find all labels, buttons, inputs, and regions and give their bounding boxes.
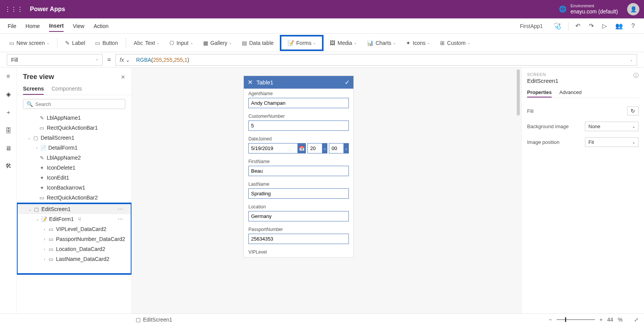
zoom-in-icon[interactable]: + (600, 317, 603, 323)
media-rail-icon[interactable]: 🖥 (5, 145, 12, 152)
zoom-slider[interactable] (557, 319, 595, 320)
chevron-right-icon[interactable]: › (41, 237, 48, 241)
passportnumber-input[interactable] (248, 234, 349, 244)
data-table-button[interactable]: ▤ Data table (238, 38, 278, 48)
app-title: Power Apps (30, 6, 65, 13)
tree-node-rectqab2[interactable]: ▭RectQuickActionBar2 (17, 193, 131, 203)
tree-node-editform1[interactable]: ⌄📝EditForm1☟⋯ (18, 214, 131, 224)
img-pos-select[interactable]: Fit ⌄ (585, 137, 639, 147)
close-icon[interactable]: ✕ (121, 74, 125, 80)
fullscreen-icon[interactable]: ⤢ (634, 317, 639, 323)
close-icon[interactable]: ✕ (248, 79, 253, 86)
tab-properties[interactable]: Properties (527, 88, 552, 97)
app-name[interactable]: FirstApp1 (520, 23, 543, 29)
media-button[interactable]: 🖼 Media ⌄ (326, 38, 360, 48)
tree-node-lastname-dc2[interactable]: ›▭LastName_DataCard2 (18, 254, 131, 264)
more-icon[interactable]: ⋯ (118, 206, 127, 212)
tab-components[interactable]: Components (51, 83, 82, 95)
chevron-right-icon[interactable]: › (34, 146, 40, 150)
firstname-input[interactable] (248, 166, 349, 176)
chevron-down-icon[interactable]: ⌄ (322, 143, 327, 153)
tree-node-detailscreen1[interactable]: ⌄▢DetailScreen1 (17, 133, 131, 143)
advanced-tools-icon[interactable]: 🛠 (5, 163, 12, 170)
redo-icon[interactable]: ↷ (587, 21, 595, 31)
chevron-right-icon[interactable]: › (41, 247, 48, 251)
expand-formula-icon[interactable]: ⌄ (630, 58, 633, 62)
canvas-scrollbar[interactable] (516, 68, 521, 313)
tree-search[interactable]: 🔍 (23, 99, 125, 109)
environment-picker[interactable]: 🌐 Environment enayu.com (default) (559, 3, 618, 15)
more-icon[interactable]: ⋯ (118, 216, 127, 222)
button-icon: ▭ (95, 40, 100, 46)
tree-node-location-dc2[interactable]: ›▭Location_DataCard2 (18, 244, 131, 254)
input-button[interactable]: ⎔ Input ⌄ (166, 38, 197, 48)
zoom-out-icon[interactable]: − (549, 317, 552, 323)
label-button[interactable]: ✎ Label (61, 38, 89, 48)
app-checker-icon[interactable]: 🩺 (552, 21, 563, 31)
hamburger-icon[interactable]: ≡ (7, 73, 10, 80)
menu-insert[interactable]: Insert (49, 20, 64, 32)
waffle-icon[interactable]: ⋮⋮⋮ (5, 6, 23, 13)
insert-icon[interactable]: ＋ (5, 109, 12, 117)
lastname-input[interactable] (248, 188, 349, 199)
chevron-down-icon[interactable]: ⌄ (26, 136, 32, 140)
tab-advanced[interactable]: Advanced (559, 88, 582, 97)
property-select[interactable]: Fill ⌄ (7, 54, 103, 66)
avatar[interactable]: 👤 (627, 3, 639, 15)
text-button[interactable]: Abc Text ⌄ (130, 38, 164, 48)
hour-input[interactable] (307, 143, 322, 153)
play-icon[interactable]: ▷ (601, 21, 608, 31)
chevron-down-icon: ⌄ (632, 124, 635, 129)
tree-node-lblappname2[interactable]: ✎LblAppName2 (17, 153, 131, 163)
data-icon[interactable]: 🗄 (5, 127, 12, 134)
custom-button[interactable]: ⊞ Custom ⌄ (436, 38, 474, 48)
chevron-down-icon[interactable]: ⌄ (27, 207, 33, 211)
edit-form[interactable]: ✕ Table1 ✓ AgentName CustomerNumber Date… (244, 76, 353, 257)
chevron-right-icon[interactable]: › (41, 227, 48, 231)
check-icon[interactable]: ✓ (345, 79, 350, 86)
tree-node-lblappname1[interactable]: ✎LblAppName1 (17, 113, 131, 123)
agentname-input[interactable] (248, 98, 349, 108)
share-icon[interactable]: 👥 (614, 21, 624, 31)
menu-home[interactable]: Home (26, 21, 40, 31)
tree-node-passport-dc2[interactable]: ›▭PassportNumber_DataCard2 (18, 234, 131, 244)
tree-node-viplevel-dc2[interactable]: ›▭VIPLevel_DataCard2 (18, 224, 131, 234)
fx-icon: fx ⌄ (120, 57, 133, 63)
formula-input[interactable]: fx ⌄ RGBA(255, 255, 255, 1) ⌄ (115, 54, 637, 66)
bg-image-select[interactable]: None ⌄ (585, 122, 639, 131)
charts-button[interactable]: 📊 Charts ⌄ (363, 38, 400, 48)
button-button[interactable]: ▭ Button (91, 38, 122, 48)
canvas[interactable]: ✕ Table1 ✓ AgentName CustomerNumber Date… (132, 68, 521, 313)
menu-view[interactable]: View (73, 21, 84, 31)
chevron-right-icon[interactable]: › (41, 257, 48, 261)
tab-screens[interactable]: Screens (23, 83, 44, 95)
tree-node-iconedit1[interactable]: ✦IconEdit1 (17, 173, 131, 183)
tree-node-editscreen1[interactable]: ⌄▢EditScreen1⋯ (18, 204, 131, 214)
menu-action[interactable]: Action (94, 21, 108, 31)
tree-node-detailform1[interactable]: ›📄DetailForm1 (17, 143, 131, 153)
menu-file[interactable]: File (8, 21, 16, 31)
customernumber-input[interactable] (248, 120, 349, 131)
location-input[interactable] (248, 211, 349, 221)
tree-node-rectqab1[interactable]: ▭RectQuickActionBar1 (17, 123, 131, 133)
forms-button[interactable]: 📝 Forms ⌄ (284, 38, 320, 48)
chevron-down-icon[interactable]: ⌄ (34, 217, 41, 221)
datacard-icon: ▭ (48, 246, 54, 252)
help-icon[interactable]: ? (630, 21, 636, 31)
tree-node-icondelete1[interactable]: ✦IconDelete1 (17, 163, 131, 173)
screen-icon: ▢ (32, 135, 39, 141)
gallery-button[interactable]: ▦ Gallery ⌄ (199, 38, 236, 48)
calendar-icon[interactable]: 📅 (297, 143, 306, 153)
tree-view-icon[interactable]: ◈ (6, 91, 11, 98)
tree-node-iconbackarrow1[interactable]: ✦IconBackarrow1 (17, 183, 131, 193)
field-label-lastname: LastName (248, 181, 349, 187)
new-screen-button[interactable]: ▭ New screen ⌄ (5, 38, 53, 48)
icons-button[interactable]: ✦ Icons ⌄ (402, 38, 434, 48)
search-input[interactable] (35, 101, 122, 107)
form-icon: 📝 (288, 40, 294, 46)
minute-input[interactable] (329, 143, 344, 153)
chevron-down-icon[interactable]: ⌄ (344, 143, 349, 153)
undo-icon[interactable]: ↶ (574, 21, 582, 31)
fill-swatch[interactable]: ↻ (627, 106, 639, 115)
help-icon[interactable]: ⓘ (633, 72, 639, 79)
